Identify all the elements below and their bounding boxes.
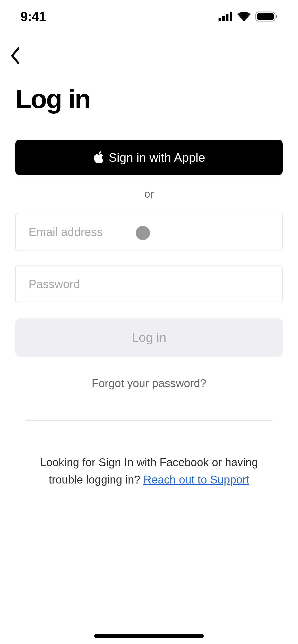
- home-indicator[interactable]: [94, 634, 204, 638]
- apple-signin-button[interactable]: Sign in with Apple: [15, 140, 283, 175]
- divider-text: or: [15, 188, 283, 200]
- nav-bar: [0, 33, 298, 66]
- svg-rect-0: [219, 18, 221, 21]
- status-bar: 9:41: [0, 0, 298, 33]
- svg-rect-5: [257, 13, 274, 20]
- forgot-password-link[interactable]: Forgot your password?: [15, 377, 283, 390]
- cellular-signal-icon: [219, 12, 233, 21]
- svg-rect-6: [276, 15, 277, 18]
- svg-rect-3: [230, 12, 232, 21]
- login-button[interactable]: Log in: [15, 318, 283, 357]
- main-content: Log in Sign in with Apple or Log in Forg…: [0, 84, 298, 488]
- password-input[interactable]: [15, 265, 283, 303]
- apple-logo-icon: [93, 151, 104, 164]
- chevron-left-icon: [10, 47, 20, 65]
- svg-rect-1: [222, 16, 225, 21]
- help-text: Looking for Sign In with Facebook or hav…: [15, 454, 283, 488]
- page-title: Log in: [15, 84, 283, 114]
- apple-signin-label: Sign in with Apple: [109, 151, 205, 165]
- status-icons: [219, 11, 278, 22]
- wifi-icon: [237, 12, 251, 21]
- email-input[interactable]: [15, 213, 283, 251]
- back-button[interactable]: [10, 46, 31, 66]
- status-time: 9:41: [20, 9, 46, 24]
- section-divider: [25, 420, 273, 421]
- svg-rect-2: [226, 14, 228, 21]
- support-link[interactable]: Reach out to Support: [143, 473, 249, 486]
- battery-icon: [255, 11, 278, 22]
